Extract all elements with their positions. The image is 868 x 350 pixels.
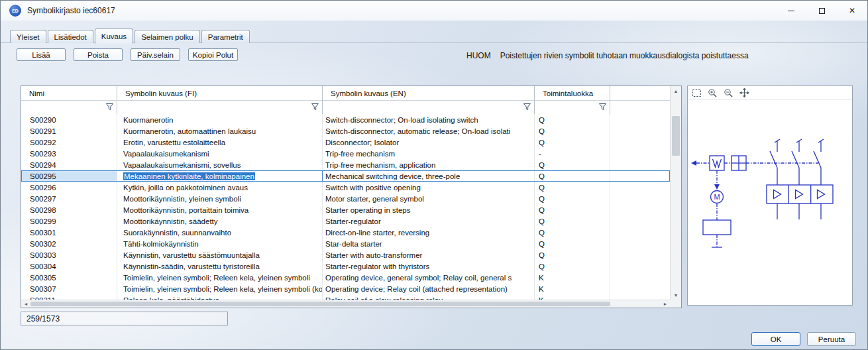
table-row[interactable]: S00297Moottorikäynnistin, yleinen symbol… xyxy=(21,193,670,204)
cell-luokka[interactable]: Q xyxy=(535,125,610,137)
cell-fi[interactable]: Vapaalaukaisumekanismi xyxy=(117,148,323,159)
zoom-window-icon[interactable] xyxy=(691,88,702,98)
ok-button[interactable]: OK xyxy=(751,332,800,346)
cell-luokka[interactable]: K xyxy=(535,283,610,294)
tab-parametrit[interactable]: Parametrit xyxy=(201,30,250,43)
cell-luokka[interactable]: Q xyxy=(535,159,610,170)
cell-nimi[interactable]: S00290 xyxy=(21,114,117,125)
cell-en[interactable]: Starter-regulator with thyristors xyxy=(323,261,535,272)
cell-fi[interactable]: Mekaaninen kytkinlaite, kolminapainen xyxy=(117,170,323,182)
edit-text-selection[interactable]: Mekaaninen kytkinlaite, kolminapainen xyxy=(123,172,255,180)
title-bar[interactable]: ED Symbolikirjasto iec60617 ✕ xyxy=(1,1,867,21)
minimize-button[interactable] xyxy=(776,1,806,21)
table-row[interactable]: S00304Käynnistin-säädin, varustettu tyri… xyxy=(21,261,670,272)
cell-fi[interactable]: Kuormanerotin xyxy=(117,114,323,125)
pan-icon[interactable] xyxy=(739,88,750,98)
table-row[interactable]: S00290KuormanerotinSwitch-disconnector; … xyxy=(21,114,670,125)
table-row[interactable]: S00302Tähti-kolmiokäynnistinStar-delta s… xyxy=(21,238,670,249)
cell-nimi[interactable]: S00291 xyxy=(21,125,117,137)
cell-luokka[interactable]: Q xyxy=(535,193,610,204)
cell-en[interactable]: Direct-on-line starter, reversing xyxy=(323,227,535,238)
cell-luokka[interactable]: - xyxy=(535,148,610,159)
cell-nimi[interactable]: S00293 xyxy=(21,148,117,159)
cell-fi[interactable]: Toimielin, yleinen symboli; Releen kela,… xyxy=(117,283,323,294)
table-row[interactable]: S00298Moottorikäynnistin, portaittain to… xyxy=(21,204,670,215)
cell-luokka[interactable]: Q xyxy=(535,261,610,272)
column-header-toimintaluokka[interactable]: Toimintaluokka xyxy=(535,86,610,114)
add-button[interactable]: Lisää xyxy=(17,48,66,61)
cell-en[interactable]: Starter operating in steps xyxy=(323,204,535,215)
table-row[interactable]: S00294Vapaalaukaisumekanismi, sovellusTr… xyxy=(21,159,670,170)
cell-en[interactable]: Motor starter, general symbol xyxy=(323,193,535,204)
cell-nimi[interactable]: S00294 xyxy=(21,159,117,170)
cell-en[interactable]: Starter with auto-transformer xyxy=(323,249,535,261)
table-row[interactable]: S00291Kuormanerotin, automaattinen lauka… xyxy=(21,125,670,137)
cell-luokka[interactable]: K xyxy=(535,294,610,300)
cell-luokka[interactable]: Q xyxy=(535,249,610,261)
cell-nimi[interactable]: S00296 xyxy=(21,182,117,193)
horizontal-scrollbar-thumb[interactable] xyxy=(30,302,610,306)
cell-fi[interactable]: Kuormanerotin, automaattinen laukaisu xyxy=(117,125,323,137)
cell-en[interactable]: Operating device; Relay coil (attached r… xyxy=(323,283,535,294)
cell-nimi[interactable]: S00292 xyxy=(21,137,117,148)
cell-en[interactable]: Disconnector; Isolator xyxy=(323,137,535,148)
cell-nimi[interactable]: S00297 xyxy=(21,193,117,204)
cell-en[interactable]: Star-delta starter xyxy=(323,238,535,249)
cell-nimi[interactable]: S00303 xyxy=(21,249,117,261)
table-row[interactable]: S00293VapaalaukaisumekanismiTrip-free me… xyxy=(21,148,670,159)
cancel-button[interactable]: Peruuta xyxy=(807,332,856,346)
table-row[interactable]: S00311Releen kela, päästöhidastusRelay c… xyxy=(21,294,670,300)
cell-luokka[interactable]: Q xyxy=(535,170,610,182)
cell-luokka[interactable]: Q xyxy=(535,204,610,215)
cell-fi[interactable]: Releen kela, päästöhidastus xyxy=(117,294,323,300)
scroll-down-arrow[interactable]: ▼ xyxy=(671,290,681,300)
column-header-kuvaus-en[interactable]: Symbolin kuvaus (EN) xyxy=(323,86,535,114)
cell-luokka[interactable]: K xyxy=(535,272,610,283)
table-row[interactable]: S00303Käynnistin, varustettu säästömuunt… xyxy=(21,249,670,261)
copy-paths-button[interactable]: Kopioi Polut xyxy=(188,48,238,61)
cell-fi[interactable]: Moottorikäynnistin, säädetty xyxy=(117,215,323,227)
table-row[interactable]: S00307Toimielin, yleinen symboli; Releen… xyxy=(21,283,670,294)
cell-fi[interactable]: Erotin, varustettu estolaitteella xyxy=(117,137,323,148)
cell-nimi[interactable]: S00311 xyxy=(21,294,117,300)
table-row[interactable]: S00299Moottorikäynnistin, säädettyStarte… xyxy=(21,215,670,227)
scroll-up-arrow[interactable]: ▲ xyxy=(671,86,681,95)
tab-lisatiedot[interactable]: Lisätiedot xyxy=(48,30,93,43)
filter-icon[interactable] xyxy=(598,103,607,113)
delete-button[interactable]: Poista xyxy=(74,48,123,61)
table-row[interactable]: S00301Suorakäynnistin, suunnanvaihtoDire… xyxy=(21,227,670,238)
cell-luokka[interactable]: Q xyxy=(535,238,610,249)
cell-nimi[interactable]: S00302 xyxy=(21,238,117,249)
zoom-out-icon[interactable] xyxy=(723,88,734,98)
cell-en[interactable]: Switch-disconnector; On-load isolating s… xyxy=(323,114,535,125)
cell-en[interactable]: Starter-regulator xyxy=(323,215,535,227)
cell-nimi[interactable]: S00299 xyxy=(21,215,117,227)
table-row[interactable]: S00292Erotin, varustettu estolaitteellaD… xyxy=(21,137,670,148)
update-browser-button[interactable]: Päiv.selain xyxy=(131,48,180,61)
cell-en[interactable]: Trip-free mechanism, application xyxy=(323,159,535,170)
preview-canvas[interactable]: M xyxy=(688,100,852,305)
cell-luokka[interactable]: Q xyxy=(535,215,610,227)
cell-nimi[interactable]: S00298 xyxy=(21,204,117,215)
cell-en[interactable]: Mechanical switching device, three-pole xyxy=(323,170,535,182)
scroll-left-arrow[interactable]: ◄ xyxy=(21,300,30,308)
tab-selaimen-polku[interactable]: Selaimen polku xyxy=(135,30,200,43)
tab-kuvaus[interactable]: Kuvaus xyxy=(95,29,133,44)
cell-en[interactable]: Relay coil of a slow-releasing relay xyxy=(323,294,535,300)
table-row[interactable]: S00295Mekaaninen kytkinlaite, kolminapai… xyxy=(21,170,670,182)
column-header-kuvaus-fi[interactable]: Symbolin kuvaus (FI) xyxy=(117,86,323,114)
cell-fi[interactable]: Tähti-kolmiokäynnistin xyxy=(117,238,323,249)
maximize-button[interactable] xyxy=(806,1,837,21)
close-button[interactable]: ✕ xyxy=(837,1,867,21)
filter-icon[interactable] xyxy=(105,103,114,113)
filter-icon[interactable] xyxy=(311,103,319,113)
cell-fi[interactable]: Toimielin, yleinen symboli; Releen kela,… xyxy=(117,272,323,283)
cell-fi[interactable]: Moottorikäynnistin, portaittain toimiva xyxy=(117,204,323,215)
table-row[interactable]: S00296Kytkin, joilla on pakkotoiminen av… xyxy=(21,182,670,193)
cell-luokka[interactable]: Q xyxy=(535,114,610,125)
cell-fi[interactable]: Vapaalaukaisumekanismi, sovellus xyxy=(117,159,323,170)
cell-nimi[interactable]: S00295 xyxy=(21,170,117,182)
vertical-scrollbar-thumb[interactable] xyxy=(672,116,680,156)
cell-fi[interactable]: Suorakäynnistin, suunnanvaihto xyxy=(117,227,323,238)
scroll-right-arrow[interactable]: ► xyxy=(661,300,670,308)
